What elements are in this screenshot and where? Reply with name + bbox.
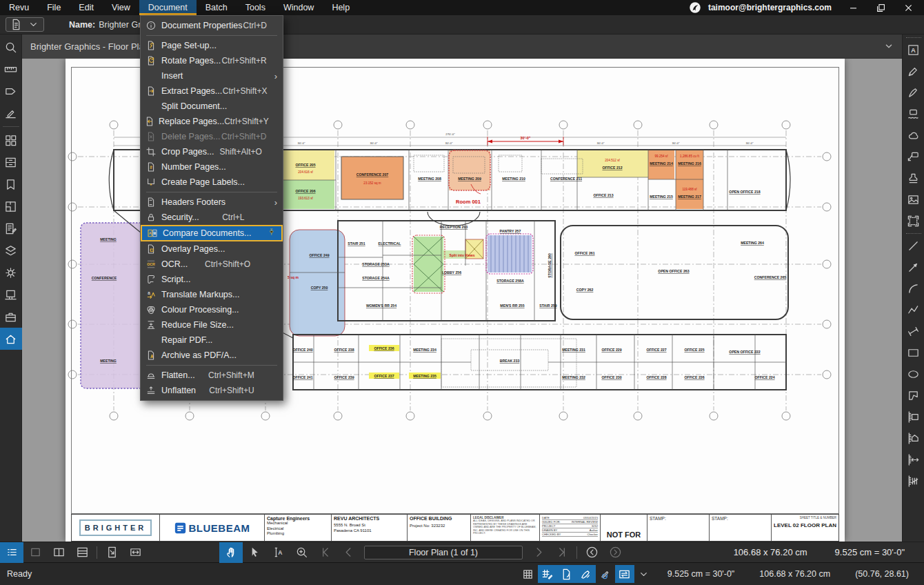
select-tool[interactable] — [243, 542, 266, 563]
tool-highlight[interactable] — [903, 61, 924, 82]
tool-stamp[interactable] — [903, 168, 924, 189]
panel-markups-list[interactable] — [0, 217, 22, 239]
first-page-button[interactable] — [313, 542, 337, 563]
translate-icon: a — [141, 289, 161, 300]
menu-item-ocr[interactable]: OCR OCR... Ctrl+Shift+O — [141, 257, 283, 272]
panel-properties[interactable] — [0, 261, 22, 284]
menubar-revu[interactable]: Revu — [0, 0, 38, 15]
tool-eraser[interactable] — [903, 103, 924, 125]
panel-studio[interactable] — [0, 328, 22, 350]
status-options-chevron[interactable] — [634, 565, 654, 583]
menu-item-headers-footers[interactable]: Headers Footers › — [141, 195, 283, 210]
panel-measurements[interactable] — [0, 58, 22, 80]
tool-image[interactable] — [903, 189, 924, 210]
previous-view-button[interactable] — [580, 542, 603, 563]
pan-tool[interactable] — [219, 542, 243, 563]
panel-thumbnails[interactable] — [0, 129, 22, 151]
svg-text:OFFICE 226: OFFICE 226 — [684, 375, 704, 379]
select-text-tool[interactable]: A — [266, 542, 290, 563]
panel-file-access[interactable] — [0, 151, 22, 173]
menu-item-crop-pages[interactable]: Crop Pages... Shift+Alt+O — [141, 144, 283, 159]
zoom-tool[interactable] — [290, 542, 313, 563]
menu-item-compare-documents[interactable]: AB Compare Documents... — [141, 225, 283, 241]
tool-cloud[interactable] — [903, 125, 924, 146]
grid-toggle[interactable] — [519, 565, 538, 583]
last-page-button[interactable] — [550, 542, 574, 563]
menu-item-overlay-pages[interactable]: Overlay Pages... — [141, 241, 283, 257]
menu-item-split-document[interactable]: Split Document... — [141, 99, 283, 114]
split-horizontal-view[interactable] — [70, 542, 94, 563]
tool-measure-count[interactable] — [903, 470, 924, 492]
menu-item-extract-pages[interactable]: Extract Pages... Ctrl+Shift+X — [141, 83, 283, 99]
tool-measure-rectangle[interactable] — [903, 406, 924, 428]
page-navigation-field[interactable]: Floor Plan (1 of 1) — [364, 546, 523, 559]
menu-item-repair-pdf[interactable]: Repair PDF... — [141, 333, 283, 348]
panel-signatures[interactable] — [0, 102, 22, 124]
panel-bookmarks[interactable] — [0, 173, 22, 195]
menubar-batch[interactable]: Batch — [197, 0, 237, 15]
panel-search[interactable] — [0, 36, 22, 58]
tool-rectangle[interactable] — [903, 342, 924, 364]
panel-studio-projects[interactable] — [0, 284, 22, 306]
panel-tool-chest[interactable] — [0, 306, 22, 328]
menu-item-translate-markups[interactable]: a Translate Markups... — [141, 287, 283, 302]
tool-arc[interactable] — [903, 278, 924, 299]
tool-ellipse[interactable] — [903, 364, 924, 385]
menu-item-delete-pages[interactable]: Delete Pages... Ctrl+Shift+D — [141, 129, 283, 144]
panel-layers[interactable] — [0, 239, 22, 261]
menu-item-unflatten[interactable]: Unflatten Ctrl+Shift+U — [141, 383, 283, 398]
next-page-button[interactable] — [527, 542, 550, 563]
menu-item-page-setup[interactable]: Page Set-up... — [141, 38, 283, 53]
snap-to-content-toggle[interactable] — [557, 565, 576, 583]
panel-flags[interactable] — [0, 80, 22, 102]
markups-list-toggle[interactable] — [0, 542, 23, 563]
menu-item-document-properties[interactable]: Document Properties Ctrl+D — [141, 18, 283, 33]
menu-item-security[interactable]: Security... Ctrl+L — [141, 210, 283, 225]
sync-views-toggle[interactable] — [615, 565, 634, 583]
menu-item-script[interactable]: Script... — [141, 272, 283, 287]
previous-page-button[interactable] — [337, 542, 360, 563]
tool-dimension[interactable] — [903, 321, 924, 342]
menu-item-number-pages[interactable]: # Number Pages... — [141, 159, 283, 175]
menu-item-replace-pages[interactable]: Replace Pages... Ctrl+Shift+Y — [141, 114, 283, 129]
menu-item-colour-processing[interactable]: Colour Processing... — [141, 302, 283, 317]
tool-measure-area[interactable] — [903, 428, 924, 449]
tool-callout[interactable] — [903, 146, 924, 168]
menu-item-flatten[interactable]: Flatten... Ctrl+Shift+M — [141, 368, 283, 383]
document-selector[interactable] — [6, 17, 44, 32]
svg-text:Split into Views: Split into Views — [450, 253, 475, 257]
restore-button[interactable] — [870, 0, 891, 15]
fit-page-button[interactable] — [100, 542, 123, 563]
menubar-help[interactable]: Help — [323, 0, 359, 15]
fit-width-button[interactable] — [123, 542, 147, 563]
snap-to-grid-toggle[interactable] — [538, 565, 557, 583]
tool-line[interactable] — [903, 235, 924, 257]
menu-item-reduce-file-size[interactable]: Reduce File Size... — [141, 317, 283, 333]
close-button[interactable] — [898, 0, 918, 15]
menu-item-rotate-pages[interactable]: Rotate Pages... Ctrl+Shift+R — [141, 53, 283, 68]
next-view-button[interactable] — [603, 542, 627, 563]
tab-list-chevron[interactable] — [883, 40, 895, 52]
menubar-document[interactable]: Document — [139, 0, 197, 15]
panel-spaces[interactable] — [0, 195, 22, 217]
menubar-edit[interactable]: Edit — [70, 0, 103, 15]
menubar-file[interactable]: File — [38, 0, 70, 15]
tool-snapshot[interactable] — [903, 210, 924, 232]
minimize-button[interactable] — [843, 0, 863, 15]
menubar-tools[interactable]: Tools — [237, 0, 274, 15]
single-pane-view[interactable] — [23, 542, 47, 563]
tool-measure-length[interactable] — [903, 449, 924, 470]
menu-item-create-page-labels[interactable]: * Create Page Labels... — [141, 175, 283, 190]
tool-polyline[interactable] — [903, 299, 924, 321]
menu-item-archive-pdfa[interactable]: A Archive as PDF/A... — [141, 348, 283, 363]
tool-arrow[interactable] — [903, 257, 924, 278]
tool-pen[interactable] — [903, 82, 924, 103]
snap-to-markup-toggle[interactable] — [576, 565, 596, 583]
split-vertical-view[interactable] — [47, 542, 70, 563]
menu-item-insert[interactable]: Insert › — [141, 68, 283, 83]
tool-text-box[interactable]: A — [903, 39, 924, 61]
menubar-window[interactable]: Window — [274, 0, 323, 15]
tool-polygon[interactable] — [903, 385, 924, 406]
reuse-markup-toggle[interactable] — [596, 565, 615, 583]
menubar-view[interactable]: View — [103, 0, 139, 15]
